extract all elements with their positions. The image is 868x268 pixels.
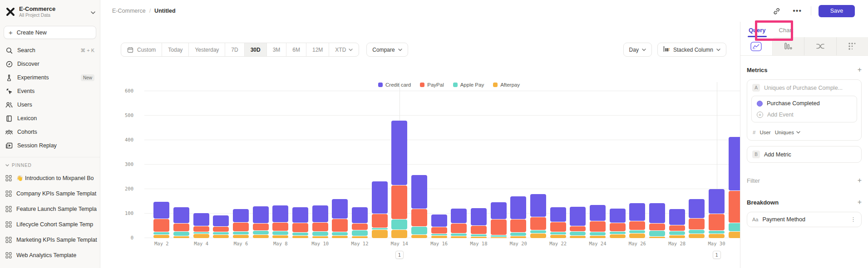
bar-may-23[interactable] <box>570 207 586 238</box>
x-axis-tick: May 4 <box>187 241 215 246</box>
granularity-dropdown[interactable]: Day <box>623 43 652 57</box>
bar-segment-credit-card <box>530 194 546 217</box>
bar-may-29[interactable] <box>689 199 705 238</box>
sidebar-item-lexicon[interactable]: Lexicon <box>0 112 100 125</box>
bar-may-28[interactable] <box>669 209 685 238</box>
bar-may-18[interactable] <box>471 208 487 238</box>
sidebar: E-Commerce All Project Data + Create New… <box>0 0 100 268</box>
range-button-3m[interactable]: 3M <box>267 43 287 56</box>
bar-may-20[interactable] <box>510 196 526 238</box>
legend-item-paypal[interactable]: PayPal <box>420 82 444 88</box>
measure-selector[interactable]: # User Uniques <box>747 127 861 140</box>
sidebar-item-discover[interactable]: Discover <box>0 57 100 71</box>
bar-may-3[interactable] <box>173 207 189 238</box>
bar-may-10[interactable] <box>312 205 328 238</box>
sidebar-item-events[interactable]: Events <box>0 84 100 98</box>
bar-may-12[interactable] <box>352 207 368 238</box>
bar-may-27[interactable] <box>649 203 665 238</box>
pinned-header[interactable]: PINNED <box>0 162 100 171</box>
legend-item-credit-card[interactable]: Credit card <box>378 82 411 88</box>
insights-report-icon[interactable] <box>740 37 772 55</box>
bar-may-6[interactable] <box>233 209 249 238</box>
sidebar-item-session-replay[interactable]: Session Replay <box>0 139 100 152</box>
bar-may-11[interactable] <box>332 199 348 238</box>
shortcut-label: ⌘ + K <box>80 48 94 54</box>
add-metric-plus-icon[interactable]: + <box>858 66 862 74</box>
lexicon-icon <box>5 115 13 122</box>
retention-report-icon[interactable] <box>836 37 868 55</box>
pinned-board-company-kpis-sample-templat[interactable]: Company KPIs Sample Templat <box>0 186 100 201</box>
add-breakdown-plus-icon[interactable]: + <box>858 198 862 206</box>
bar-may-2[interactable] <box>153 202 169 238</box>
range-button-30d[interactable]: 30D <box>245 43 267 56</box>
bar-may-13[interactable] <box>372 181 388 238</box>
sidebar-item-experiments[interactable]: ExperimentsNew <box>0 71 100 84</box>
add-metric-row[interactable]: B Add Metric <box>747 146 861 162</box>
sidebar-item-cohorts[interactable]: Cohorts <box>0 125 100 139</box>
bar-may-24[interactable] <box>590 205 606 238</box>
legend-item-afterpay[interactable]: Afterpay <box>493 82 520 88</box>
legend-item-apple-pay[interactable]: Apple Pay <box>453 82 484 88</box>
pinned-board-lifecycle-cohort-sample-temp[interactable]: Lifecycle Cohort Sample Temp <box>0 217 100 232</box>
bar-may-7[interactable] <box>253 206 269 238</box>
more-options-icon[interactable]: ••• <box>793 7 802 15</box>
compare-button[interactable]: Compare <box>366 43 408 57</box>
range-button-custom[interactable]: Custom <box>121 43 162 56</box>
pinned-board-feature-launch-sample-templa[interactable]: Feature Launch Sample Templa <box>0 201 100 217</box>
annotation-badge[interactable]: 1 <box>713 251 721 259</box>
bar-may-22[interactable] <box>550 207 566 238</box>
bar-may-14[interactable] <box>391 121 407 238</box>
bar-may-21[interactable] <box>530 194 546 238</box>
copy-link-icon[interactable] <box>770 5 783 17</box>
save-button[interactable]: Save <box>819 5 855 17</box>
chart-type-dropdown[interactable]: Stacked Column <box>657 43 726 57</box>
bar-segment-credit-card <box>689 199 705 218</box>
range-label: XTD <box>335 47 346 53</box>
add-event-row[interactable]: + Add Event <box>752 111 857 122</box>
pinned-board-introduction-to-mixpanel-bo[interactable]: 👋Introduction to Mixpanel Bo <box>0 171 100 186</box>
range-button-yesterday[interactable]: Yesterday <box>189 43 225 56</box>
sidebar-item-search[interactable]: Search⌘ + K <box>0 44 100 57</box>
range-button-7d[interactable]: 7D <box>225 43 244 56</box>
tab-chart[interactable]: Chart <box>779 27 794 37</box>
pinned-board-marketing-kpis-sample-templat[interactable]: Marketing KPIs Sample Templat <box>0 232 100 248</box>
range-button-today[interactable]: Today <box>162 43 189 56</box>
bar-segment-apple-pay <box>570 232 586 235</box>
bar-may-19[interactable] <box>491 202 507 238</box>
report-canvas: CustomTodayYesterday7D30D3M6M12MXTD Comp… <box>101 22 740 268</box>
funnels-report-icon[interactable] <box>772 37 804 55</box>
bar-segment-apple-pay <box>669 231 685 235</box>
breakdown-row[interactable]: Aa Payment Method ⋮ <box>747 212 861 227</box>
kebab-menu-icon[interactable]: ⋮ <box>850 219 856 220</box>
range-button-6m[interactable]: 6M <box>286 43 306 56</box>
bar-segment-afterpay <box>451 236 467 238</box>
bar-segment-apple-pay <box>491 235 507 237</box>
bar-may-26[interactable] <box>629 203 645 238</box>
create-new-button[interactable]: + Create New <box>4 26 96 39</box>
bar-may-16[interactable] <box>431 214 447 238</box>
add-filter-plus-icon[interactable]: + <box>858 176 862 185</box>
workspace-switcher[interactable]: E-Commerce All Project Data <box>0 0 100 22</box>
bar-may-15[interactable] <box>411 175 427 238</box>
breadcrumb-project[interactable]: E-Commerce <box>112 8 146 14</box>
event-row[interactable]: Purchase Completed <box>752 96 857 111</box>
breadcrumb-report-title[interactable]: Untitled <box>154 8 176 14</box>
flows-report-icon[interactable] <box>804 37 836 55</box>
bar-may-4[interactable] <box>193 213 209 238</box>
x-axis-tick: May 6 <box>227 241 255 246</box>
bar-may-5[interactable] <box>213 215 229 238</box>
metric-a-name-row[interactable]: A Uniques of Purchase Comple... <box>747 80 861 96</box>
bar-may-25[interactable] <box>610 209 626 238</box>
bar-may-9[interactable] <box>292 207 308 238</box>
bar-may-30[interactable] <box>709 189 725 238</box>
range-button-12m[interactable]: 12M <box>306 43 329 56</box>
pinned-board-web-analytics-template[interactable]: Web Analytics Template <box>0 248 100 263</box>
annotation-badge[interactable]: 1 <box>395 251 404 259</box>
tab-query[interactable]: Query <box>749 27 766 37</box>
range-button-xtd[interactable]: XTD <box>329 43 359 56</box>
bar-may-17[interactable] <box>451 209 467 238</box>
bar-segment-afterpay <box>649 237 665 238</box>
sidebar-item-users[interactable]: Users <box>0 98 100 112</box>
bar-may-8[interactable] <box>272 205 288 238</box>
pinned-board-label: Company KPIs Sample Templat <box>16 190 97 197</box>
